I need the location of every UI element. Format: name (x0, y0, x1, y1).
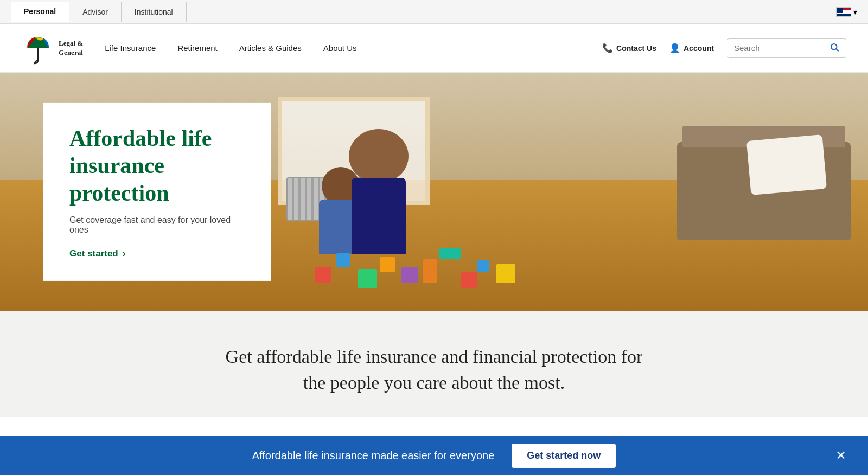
search-input[interactable] (734, 43, 825, 53)
svg-line-2 (836, 49, 838, 51)
phone-icon: 📞 (602, 43, 613, 53)
nav-life-insurance[interactable]: Life Insurance (105, 39, 156, 57)
account-icon: 👤 (669, 43, 680, 53)
tagline-section: Get affordable life insurance and financ… (0, 311, 868, 417)
hero-cta-arrow: › (123, 248, 126, 259)
us-flag-icon (836, 7, 851, 17)
top-nav-tabs: Personal Advisor Institutional (11, 2, 187, 22)
hero-card: Affordable life insurance protection Get… (43, 103, 271, 281)
nav-about-us[interactable]: About Us (323, 39, 357, 57)
block-9 (477, 260, 489, 272)
tab-institutional[interactable]: Institutional (122, 2, 187, 22)
block-7 (439, 248, 461, 259)
tab-personal[interactable]: Personal (11, 2, 69, 22)
search-button[interactable] (829, 42, 839, 54)
hero-headline: Affordable life insurance protection (69, 125, 245, 207)
top-nav-right: ▾ (836, 7, 857, 17)
svg-point-1 (831, 44, 837, 50)
account-link[interactable]: 👤 Account (669, 43, 714, 53)
top-navigation: Personal Advisor Institutional ▾ (0, 0, 868, 24)
search-box (727, 38, 846, 58)
main-navigation: Life Insurance Retirement Articles & Gui… (105, 39, 602, 57)
nav-retirement[interactable]: Retirement (177, 39, 217, 57)
block-10 (496, 264, 515, 283)
search-icon (829, 42, 839, 52)
block-8 (461, 272, 477, 288)
flag-dropdown[interactable]: ▾ (836, 7, 857, 17)
header-right: 📞 Contact Us 👤 Account (602, 38, 846, 58)
contact-us-link[interactable]: 📞 Contact Us (602, 43, 656, 53)
block-5 (401, 267, 418, 283)
logo-text: Legal & General (59, 39, 83, 57)
hero-cta-label: Get started (69, 248, 118, 259)
main-header: Legal & General Life Insurance Retiremen… (0, 24, 868, 73)
block-6 (423, 259, 437, 283)
nav-articles-guides[interactable]: Articles & Guides (239, 39, 302, 57)
tagline-text: Get affordable life insurance and financ… (217, 344, 651, 395)
hero-section: Affordable life insurance protection Get… (0, 73, 868, 311)
toy-blocks (304, 234, 521, 299)
hero-pillow (746, 134, 827, 195)
child1-head (349, 129, 409, 183)
logo-umbrella-icon (22, 32, 54, 65)
hero-get-started-link[interactable]: Get started › (69, 248, 245, 259)
logo-link[interactable]: Legal & General (22, 32, 83, 65)
flag-dropdown-arrow: ▾ (853, 8, 857, 16)
hero-subtitle: Get coverage fast and easy for your love… (69, 215, 245, 235)
block-2 (336, 253, 350, 267)
block-4 (380, 257, 395, 272)
block-3 (358, 269, 377, 288)
tab-advisor[interactable]: Advisor (69, 2, 122, 22)
block-1 (315, 267, 331, 283)
